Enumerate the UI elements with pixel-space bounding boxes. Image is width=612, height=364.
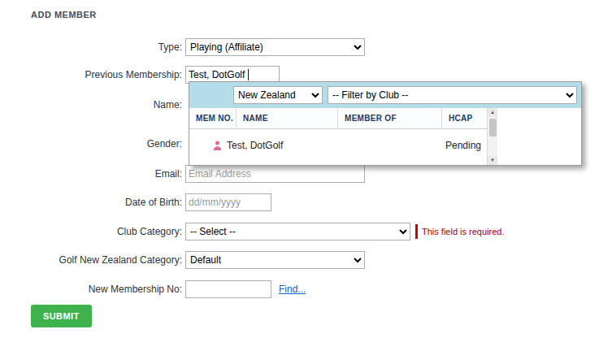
form-row-club-category: Club Category: -- Select -- This field i… xyxy=(0,223,505,240)
club-category-label: Club Category: xyxy=(0,226,185,237)
page-title: ADD MEMBER xyxy=(31,10,97,20)
add-member-page: ADD MEMBER Type: Playing (Affiliate) Pre… xyxy=(0,0,612,364)
club-category-error: This field is required. xyxy=(422,227,505,236)
date-of-birth-label: Date of Birth: xyxy=(0,197,185,208)
scroll-thumb[interactable] xyxy=(489,119,497,136)
result-hcap: Pending xyxy=(442,140,481,151)
form-row-gnz-category: Golf New Zealand Category: Default xyxy=(0,251,365,269)
type-select[interactable]: Playing (Affiliate) xyxy=(185,38,365,56)
form-row-email: Email: xyxy=(0,165,365,183)
required-field-bar xyxy=(415,224,418,239)
email-field[interactable] xyxy=(185,165,365,183)
new-membership-no-label: New Membership No: xyxy=(0,284,185,295)
form-row-gender: Gender: xyxy=(0,135,185,153)
form-row-type: Type: Playing (Affiliate) xyxy=(0,38,365,56)
find-link[interactable]: Find... xyxy=(279,284,306,295)
club-filter-select[interactable]: -- Filter by Club -- xyxy=(328,86,577,104)
submit-button[interactable]: SUBMIT xyxy=(31,305,92,327)
scroll-down-arrow-icon[interactable]: ▼ xyxy=(488,156,497,165)
name-label: Name: xyxy=(0,99,185,110)
col-header-member-of: MEMBER OF xyxy=(338,108,442,128)
col-header-mem-no: MEM NO. xyxy=(189,108,237,128)
results-header-row: MEM NO. NAME MEMBER OF HCAP xyxy=(189,108,487,129)
result-row[interactable]: Test, DotGolf Pending xyxy=(189,129,487,162)
col-header-name: NAME xyxy=(237,108,338,128)
previous-membership-label: Previous Membership: xyxy=(0,69,185,80)
form-row-name: Name: xyxy=(0,96,185,114)
gender-label: Gender: xyxy=(0,138,185,150)
popup-filter-bar: New Zealand -- Filter by Club -- xyxy=(189,82,581,108)
gnz-category-select[interactable]: Default xyxy=(185,251,365,269)
gnz-category-label: Golf New Zealand Category: xyxy=(0,254,185,266)
search-results-table: MEM NO. NAME MEMBER OF HCAP Test, DotGol… xyxy=(189,108,581,165)
new-membership-no-field[interactable] xyxy=(185,280,271,298)
scroll-up-arrow-icon[interactable]: ▲ xyxy=(488,108,497,117)
email-label: Email: xyxy=(0,168,185,180)
club-category-select[interactable]: -- Select -- xyxy=(185,223,410,240)
form-row-date-of-birth: Date of Birth: xyxy=(0,193,271,211)
member-search-popup: New Zealand -- Filter by Club -- MEM NO.… xyxy=(189,81,582,166)
form-row-new-membership-no: New Membership No: Find... xyxy=(0,280,306,298)
date-of-birth-field[interactable] xyxy=(185,193,271,211)
result-name: Test, DotGolf xyxy=(227,140,283,151)
text-caret xyxy=(248,69,249,80)
country-filter-select[interactable]: New Zealand xyxy=(233,86,323,104)
results-scrollbar[interactable]: ▲ ▼ xyxy=(487,108,497,165)
person-icon xyxy=(212,140,223,151)
type-label: Type: xyxy=(0,41,185,53)
col-header-hcap: HCAP xyxy=(442,108,487,128)
